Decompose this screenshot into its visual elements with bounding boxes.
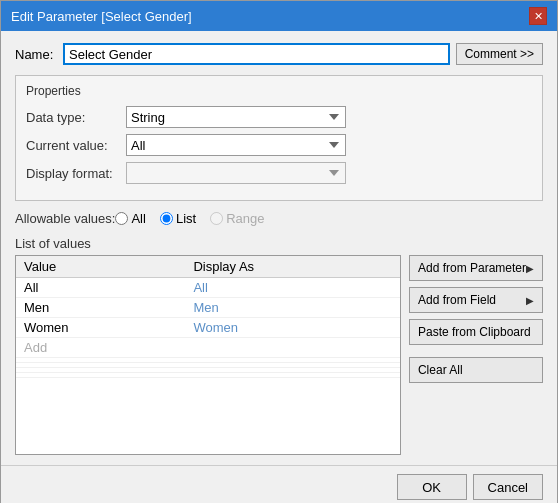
- list-section-label: List of values: [15, 236, 543, 251]
- name-label: Name:: [15, 47, 57, 62]
- current-value-select[interactable]: All: [126, 134, 346, 156]
- cell-value: Women: [16, 318, 185, 338]
- allowable-radio-group: All List Range: [115, 211, 264, 226]
- dialog-footer: OK Cancel: [1, 465, 557, 503]
- arrow-icon: ▶: [526, 263, 534, 274]
- display-format-select[interactable]: [126, 162, 346, 184]
- add-from-parameter-button[interactable]: Add from Parameter ▶: [409, 255, 543, 281]
- table-row[interactable]: Men Men: [16, 298, 400, 318]
- radio-range-label: Range: [226, 211, 264, 226]
- close-button[interactable]: ✕: [529, 7, 547, 25]
- cell-display-as: Men: [185, 298, 400, 318]
- data-type-label: Data type:: [26, 110, 126, 125]
- list-area: Value Display As All All Men Men: [15, 255, 543, 455]
- cancel-button[interactable]: Cancel: [473, 474, 543, 500]
- radio-all-label: All: [131, 211, 145, 226]
- radio-list[interactable]: List: [160, 211, 196, 226]
- cell-value: Men: [16, 298, 185, 318]
- allowable-label: Allowable values:: [15, 211, 115, 226]
- current-value-label: Current value:: [26, 138, 126, 153]
- list-table: Value Display As All All Men Men: [16, 256, 400, 378]
- table-row[interactable]: Women Women: [16, 318, 400, 338]
- current-value-row: Current value: All: [26, 134, 532, 156]
- empty-row: [16, 373, 400, 378]
- col-value: Value: [16, 256, 185, 278]
- radio-all-input[interactable]: [115, 212, 128, 225]
- list-table-container[interactable]: Value Display As All All Men Men: [15, 255, 401, 455]
- radio-range[interactable]: Range: [210, 211, 264, 226]
- ok-button[interactable]: OK: [397, 474, 467, 500]
- add-from-field-button[interactable]: Add from Field ▶: [409, 287, 543, 313]
- arrow-icon: ▶: [526, 295, 534, 306]
- radio-all[interactable]: All: [115, 211, 145, 226]
- radio-list-label: List: [176, 211, 196, 226]
- data-type-row: Data type: String: [26, 106, 532, 128]
- display-format-row: Display format:: [26, 162, 532, 184]
- table-row[interactable]: All All: [16, 278, 400, 298]
- name-row: Name: Comment >>: [15, 43, 543, 65]
- dialog-window: Edit Parameter [Select Gender] ✕ Name: C…: [0, 0, 558, 503]
- cell-value: All: [16, 278, 185, 298]
- side-buttons: Add from Parameter ▶ Add from Field ▶ Pa…: [409, 255, 543, 383]
- allowable-row: Allowable values: All List Range: [15, 211, 543, 226]
- radio-range-input[interactable]: [210, 212, 223, 225]
- properties-section: Properties Data type: String Current val…: [15, 75, 543, 201]
- add-row-label: Add: [16, 338, 185, 358]
- dialog-title: Edit Parameter [Select Gender]: [11, 9, 192, 24]
- col-display-as: Display As: [185, 256, 400, 278]
- name-input[interactable]: [63, 43, 450, 65]
- clear-all-button[interactable]: Clear All: [409, 357, 543, 383]
- title-bar: Edit Parameter [Select Gender] ✕: [1, 1, 557, 31]
- comment-button[interactable]: Comment >>: [456, 43, 543, 65]
- paste-from-clipboard-button[interactable]: Paste from Clipboard: [409, 319, 543, 345]
- properties-title: Properties: [26, 84, 532, 98]
- cell-display-as: All: [185, 278, 400, 298]
- dialog-body: Name: Comment >> Properties Data type: S…: [1, 31, 557, 465]
- data-type-select[interactable]: String: [126, 106, 346, 128]
- radio-list-input[interactable]: [160, 212, 173, 225]
- cell-display-as: Women: [185, 318, 400, 338]
- add-row[interactable]: Add: [16, 338, 400, 358]
- display-format-label: Display format:: [26, 166, 126, 181]
